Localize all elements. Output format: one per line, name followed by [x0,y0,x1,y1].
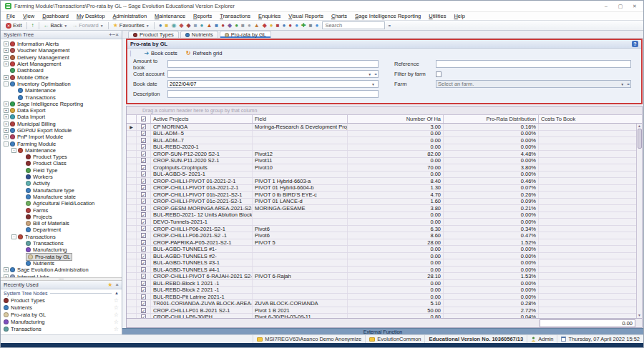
checkbox-checked-icon[interactable]: ✓ [141,124,146,129]
group-by-bar[interactable]: Drag a column header here to group by th… [127,106,642,115]
row-select-cell[interactable]: ✓ [137,164,151,171]
tab-pro-rata-by-gl[interactable]: Pro-rata by GL [220,31,271,38]
expand-icon[interactable]: + [4,75,9,80]
tree-item-pnp-import-module[interactable]: +PnP Import Module [1,134,122,140]
row-select-cell[interactable]: ✓ [137,151,151,157]
table-row[interactable]: ✓TR001-CORIANDA-ZUVA BLOCK-AREA-2021 S2-… [127,300,636,307]
reference-input[interactable] [438,61,629,67]
checkbox-checked-icon[interactable]: ✓ [141,144,146,149]
table-row[interactable]: ✓BUL-AGBD-TUNNELS #3-10.000.00% [127,259,636,267]
checkbox-checked-icon[interactable]: ✓ [141,294,146,299]
favourite-star-icon[interactable]: ☆ [114,326,119,332]
menu-item-administration[interactable]: Administration [113,13,147,19]
row-select-cell[interactable]: ✓ [137,239,151,246]
table-row[interactable]: ✓DEVO-Tunnels-2021-10.000.00% [127,219,636,226]
checkbox-checked-icon[interactable]: ✓ [141,226,146,231]
cost-account-input[interactable] [170,71,366,77]
row-select-cell[interactable]: ✓ [137,219,151,225]
row-select-cell[interactable]: ✓ [137,131,151,137]
tree-item-product-class[interactable]: Product Class [1,160,122,166]
row-select-cell[interactable]: ✓ [137,294,151,300]
farm-input[interactable] [438,81,619,87]
table-row[interactable]: ✓CROP-SUN-P12-2020 S2-1Pivot1282.004.48% [127,151,636,158]
lookup-binoculars-icon[interactable]: ●● [374,72,376,76]
tree-item-manufacture-type[interactable]: Manufacture type [1,187,122,194]
blue-globe-icon[interactable]: ● [295,22,298,29]
row-select-cell[interactable]: ✓ [137,205,151,212]
checkbox-checked-icon[interactable]: ✓ [141,116,146,121]
book-costs-button[interactable]: ➔ Book costs [144,50,177,56]
expand-icon[interactable]: + [4,121,9,126]
collapse-icon[interactable]: - [4,81,9,86]
gray-tool-2-icon[interactable]: ● [248,22,251,29]
row-select-cell[interactable]: ✓ [137,192,151,198]
tree-item-data-import[interactable]: +Data Import [1,114,122,120]
table-row[interactable]: ✓BUL-AGBD-TUNNELS #2-0.000.00% [127,253,636,260]
tree-item-maintenance[interactable]: -Maintenance [1,147,122,154]
filter-by-farm-checkbox[interactable] [436,71,441,77]
chevron-down-icon[interactable]: ▼ [366,72,373,76]
note-icon[interactable]: ■ [165,22,169,29]
expand-icon[interactable]: + [4,114,9,119]
checkbox-checked-icon[interactable]: ✓ [141,165,146,170]
expand-icon[interactable]: + [4,55,9,60]
menu-item-file[interactable]: File [6,13,15,19]
checkbox-checked-icon[interactable]: ✓ [141,171,146,177]
book-date-combo[interactable]: ▼ [167,80,379,88]
checkbox-checked-icon[interactable]: ✓ [141,131,146,136]
red-box-icon[interactable]: ■ [276,22,280,29]
row-select-cell[interactable]: ✓ [137,267,151,273]
farm-combo[interactable]: ▼ ●● [436,80,631,88]
tab-product-types[interactable]: Product Types [128,31,179,38]
tree-item-field-type[interactable]: Field Type [1,167,122,174]
table-row[interactable]: ✓CROP-CHILLI-P06-2021-S2 -1Pivot68.600.4… [127,232,636,239]
row-select-cell[interactable]: ✓ [137,259,151,266]
row-select-cell[interactable]: ✓ [137,158,151,164]
menu-item-transactions[interactable]: Transactions [220,13,250,19]
tree-item-dashboard[interactable]: Dashboard [1,67,122,74]
table-row[interactable]: ✓CROP-GESM-MORINGA AREA-2021-S2-1MORINGA… [127,205,636,212]
tree-item-sage-evolution-administration[interactable]: +Sage Evolution Administration [1,267,122,273]
collapse-icon[interactable]: - [4,141,9,146]
tree-item-nutrients[interactable]: Nutrients [1,260,122,267]
gray-tool-1-icon[interactable]: ■ [241,22,245,29]
row-select-cell[interactable]: ✓ [137,137,151,144]
menu-item-visual-reports[interactable]: Visual Reports [288,13,323,19]
collapse-icon[interactable]: - [11,148,16,153]
recent-item-product-types[interactable]: Product Types☆ [1,297,122,304]
menu-item-dashboard[interactable]: Dashboard [42,13,69,19]
table-row[interactable]: ✓CropInputs-CropInputsPivot1070.003.80% [127,164,636,171]
checkbox-checked-icon[interactable]: ✓ [141,287,146,292]
green-money-icon[interactable]: ● [235,22,238,29]
exit-button[interactable]: ✕ Exit [4,22,24,29]
close-button[interactable]: ✕ [628,1,642,11]
checkbox-checked-icon[interactable]: ✓ [141,301,146,306]
table-row[interactable]: ✓CROP-CHILLI-PIVOT 01b-2021-S2-1PIVOT 0 … [127,192,636,199]
row-select-cell[interactable]: ✓ [137,253,151,259]
table-row[interactable]: ✓CROP-CHILLI-PIVOT 6-RAJAH-2021 S2-1PIVO… [127,273,636,280]
scroll-up-icon[interactable]: ▲ [638,124,641,129]
checkbox-checked-icon[interactable]: ✓ [141,185,146,190]
forward-button[interactable]: → Forward ▼ [69,22,105,29]
checkbox-checked-icon[interactable]: ✓ [141,267,146,272]
checkbox-checked-icon[interactable]: ✓ [141,240,146,245]
table-row[interactable]: ✓CROP-PAPRIKA-P05-2021-S2-1PIVOT 528.001… [127,239,636,247]
description-input[interactable] [170,91,376,97]
checkbox-checked-icon[interactable]: ✓ [141,254,146,259]
table-row[interactable]: ✓BUL-ADM--70.000.00% [127,137,636,144]
tree-item-transactions[interactable]: Transactions [1,240,122,247]
clock-icon[interactable]: ◉ [171,22,176,29]
checkbox-checked-icon[interactable]: ✓ [141,281,146,286]
checkbox-checked-icon[interactable]: ✓ [141,308,146,313]
row-select-cell[interactable]: ✓ [137,185,151,192]
tree-item-farms[interactable]: Farms [1,207,122,213]
row-select-cell[interactable]: ✓ [137,144,151,151]
row-select-cell[interactable]: ✓ [137,280,151,287]
row-select-cell[interactable]: ✓ [137,124,151,130]
tree-item-maintenance[interactable]: Maintenance [1,87,122,94]
table-row[interactable]: ✓BUL-REBD-Pit Latrine 2021-10.000.00% [127,294,636,301]
row-select-cell[interactable]: ✓ [137,226,151,232]
menu-item-maintenance[interactable]: Maintenance [155,13,185,19]
recent-item-manufacturing[interactable]: Manufacturing☆ [1,318,122,325]
row-select-cell[interactable]: ✓ [137,246,151,252]
